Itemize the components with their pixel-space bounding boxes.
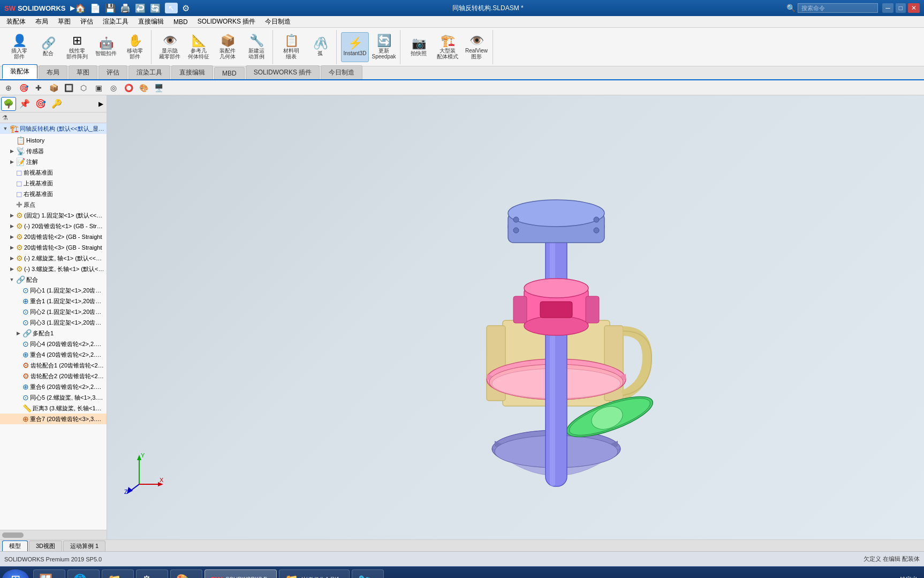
bottom-tab-model[interactable]: 模型 [2, 541, 28, 551]
quick-access-4[interactable]: 🖨️ [120, 3, 131, 13]
tab-today[interactable]: 今日制造 [321, 65, 362, 79]
tree-item-top-plane[interactable]: ◻ 上视基准面 [0, 178, 107, 189]
toolbar-orphan[interactable]: 🖇️ 孤 [306, 32, 334, 62]
menu-plugins[interactable]: SOLIDWORKS 插件 [193, 16, 260, 27]
toolbar-move-component[interactable]: ✋ 移动零部件 [121, 32, 149, 62]
sec-hide-show[interactable]: 🔲 [62, 82, 75, 94]
tab-layout[interactable]: 布局 [39, 65, 67, 79]
sec-appearance[interactable]: ◎ [107, 82, 120, 94]
bottom-tab-motion[interactable]: 运动算例 1 [63, 541, 105, 551]
undo-btn[interactable]: ↩️ [135, 3, 146, 13]
scroll-handle[interactable] [2, 532, 24, 538]
tree-item-coincident4[interactable]: ⊕ 重合4 (20齿锥齿轮<2>,2.螺旋桨 [0, 349, 107, 360]
tree-item-prop-longshaft1[interactable]: ▶ ⚙ (-) 3.螺旋桨, 长轴<1> (默认<<默 [0, 264, 107, 274]
menu-render[interactable]: 渲染工具 [99, 16, 133, 27]
redo-btn[interactable]: 🔄 [150, 3, 161, 13]
toolbar-arrow[interactable]: ▶ [70, 4, 75, 12]
toolbar-assembly-features[interactable]: 📦 装配件几何体 [214, 32, 241, 62]
tree-item-sensors[interactable]: ▶ 📡 传感器 [0, 146, 107, 156]
taskbar-windows[interactable]: 🪟 [33, 569, 65, 579]
sec-zoom-fit[interactable]: ⊕ [2, 82, 15, 94]
taskbar-folder[interactable]: 📁 比\微信公众号\1... [279, 569, 350, 579]
tree-item-concentric1[interactable]: ⊙ 同心1 (1.固定架<1>,20齿锥齿轮< [0, 285, 107, 296]
tree-item-coincident1[interactable]: ⊕ 重合1 (1.固定架<1>,20齿锥齿轮< [0, 296, 107, 306]
toolbar-show-hide[interactable]: 👁️ 显示隐藏零部件 [156, 32, 184, 62]
taskbar-explorer[interactable]: 📁 [102, 569, 134, 579]
tree-item-coincident7[interactable]: ⊕ 重合7 (20齿锥齿轮<3>,3.螺旋桨 [0, 414, 107, 424]
sec-wireframe[interactable]: ⬡ [77, 82, 90, 94]
tree-item-concentric3[interactable]: ⊙ 同心3 (1.固定架<1>,20齿锥齿轮< [0, 317, 107, 328]
bottom-tab-3d-view[interactable]: 3D视图 [29, 541, 62, 551]
menu-assemble[interactable]: 装配体 [2, 16, 30, 27]
toolbar-linear-pattern[interactable]: ⊞ 线性零部件阵列 [63, 32, 91, 62]
tree-root-item[interactable]: ▼ 🏗️ 同轴反转机构 (默认<<默认_显示状态-1> [0, 123, 107, 134]
taskbar-bird[interactable]: 🐦 [352, 569, 384, 579]
viewport[interactable]: Y X Z [107, 95, 924, 539]
toolbar-instant3d[interactable]: ⚡ Instant3D [341, 32, 369, 62]
panel-tab-more[interactable]: ▶ [96, 97, 105, 111]
tree-item-concentric2[interactable]: ⊙ 同心2 (1.固定架<1>,20齿锥齿轮< [0, 306, 107, 317]
toolbar-new-motion[interactable]: 🔧 新建运动算例 [243, 32, 270, 62]
tree-item-prop-shaft1[interactable]: ▶ ⚙ (-) 2.螺旋桨, 轴<1> (默认<<默认> [0, 253, 107, 264]
quick-access-3[interactable]: 💾 [105, 3, 116, 13]
minimize-btn[interactable]: ─ [882, 3, 893, 13]
tab-mbd[interactable]: MBD [214, 67, 245, 79]
sec-shaded[interactable]: ▣ [92, 82, 105, 94]
tab-sketch[interactable]: 草图 [69, 65, 97, 79]
taskbar-settings[interactable]: ⚙ [136, 569, 168, 579]
taskbar-paint[interactable]: 🎨 [170, 569, 202, 579]
tree-item-coincident6[interactable]: ⊕ 重合6 (20齿锥齿轮<2>,2.螺旋桨 [0, 381, 107, 392]
tab-evaluate[interactable]: 评估 [99, 65, 127, 79]
tree-item-front-plane[interactable]: ◻ 前视基准面 [0, 167, 107, 178]
sec-section-view[interactable]: ✚ [32, 82, 45, 94]
menu-mbd[interactable]: MBD [169, 17, 192, 27]
tree-item-gear3[interactable]: ▶ ⚙ 20齿锥齿轮<3> (GB - Straight [0, 242, 107, 253]
tab-render[interactable]: 渲染工具 [128, 65, 170, 79]
panel-tab-property[interactable]: 📌 [17, 97, 32, 111]
sec-view-orient[interactable]: 🎯 [17, 82, 30, 94]
quick-access[interactable]: 🏠 [75, 3, 86, 13]
quick-access-2[interactable]: 📄 [90, 3, 101, 13]
taskbar-solidworks[interactable]: SW SOLIDWORKS P... [205, 569, 277, 579]
search-input[interactable] [798, 3, 878, 13]
toolbar-bom[interactable]: 📋 材料明细表 [277, 32, 305, 62]
menu-evaluate[interactable]: 评估 [76, 16, 97, 27]
menu-sketch[interactable]: 草图 [54, 16, 75, 27]
panel-tab-dimxpert[interactable]: 🔑 [49, 97, 64, 111]
tree-item-origin[interactable]: ✚ 原点 [0, 199, 107, 210]
panel-tab-config[interactable]: 🎯 [33, 97, 48, 111]
tree-item-annotations[interactable]: ▶ 📝 注解 [0, 156, 107, 167]
sec-light[interactable]: ⭕ [122, 82, 135, 94]
tree-item-fixed-frame[interactable]: ▶ ⚙ (固定) 1.固定架<1> (默认<<默认> [0, 210, 107, 221]
toolbar-ref-geometry[interactable]: 📐 参考几何体特征 [185, 32, 213, 62]
tab-assembly[interactable]: 装配体 [2, 64, 37, 79]
toolbar-snapshot[interactable]: 📷 拍快照 [405, 32, 433, 62]
tree-item-gear-mate2[interactable]: ⚙ 齿轮配合2 (20齿锥齿轮<2>,20 [0, 371, 107, 381]
menu-today[interactable]: 今日制造 [261, 16, 295, 27]
start-button[interactable]: ⊞ [2, 569, 29, 579]
tree-item-concentric5[interactable]: ⊙ 同心5 (2.螺旋桨, 轴<1>,3.螺旋桨 [0, 392, 107, 403]
menu-layout[interactable]: 布局 [31, 16, 52, 27]
toolbar-smart-fasteners[interactable]: 🤖 智能扣件 [92, 32, 120, 62]
panel-tab-feature-tree[interactable]: 🌳 [1, 97, 16, 111]
sec-camera[interactable]: 🎨 [137, 82, 150, 94]
close-btn[interactable]: ✕ [908, 3, 920, 13]
tree-item-mates[interactable]: ▼ 🔗 配合 [0, 274, 107, 285]
maximize-btn[interactable]: □ [896, 3, 906, 13]
toolbar-insert-component[interactable]: 👤 插入零部件 [5, 32, 33, 62]
tree-item-gear-mate1[interactable]: ⚙ 齿轮配合1 (20齿锥齿轮<2>,20 [0, 360, 107, 371]
tree-item-right-plane[interactable]: ◻ 右视基准面 [0, 189, 107, 199]
cursor-btn[interactable]: ↖ [165, 3, 178, 13]
toolbar-realview[interactable]: 👁️ RealView图形 [463, 32, 490, 62]
toolbar-large-assembly[interactable]: 🏗️ 大型装配体模式 [434, 32, 461, 62]
options-btn[interactable]: ⚙ [182, 3, 190, 13]
tree-item-concentric4[interactable]: ⊙ 同心4 (20齿锥齿轮<2>,2.螺旋桨 [0, 339, 107, 349]
taskbar-browser[interactable]: 🌐 [67, 569, 100, 579]
tree-item-distance3[interactable]: 📏 距离3 (3.螺旋桨, 长轴<1>,2.螺 [0, 403, 107, 414]
toolbar-mate[interactable]: 🔗 配合 [34, 32, 62, 62]
tab-solidworks-plugins[interactable]: SOLIDWORKS 插件 [246, 65, 320, 79]
tree-item-history[interactable]: 📋 History [0, 135, 107, 146]
tree-item-gear2[interactable]: ▶ ⚙ 20齿锥齿轮<2> (GB - Straight [0, 231, 107, 242]
menu-direct-edit[interactable]: 直接编辑 [134, 16, 168, 27]
sec-display-style[interactable]: 📦 [47, 82, 60, 94]
